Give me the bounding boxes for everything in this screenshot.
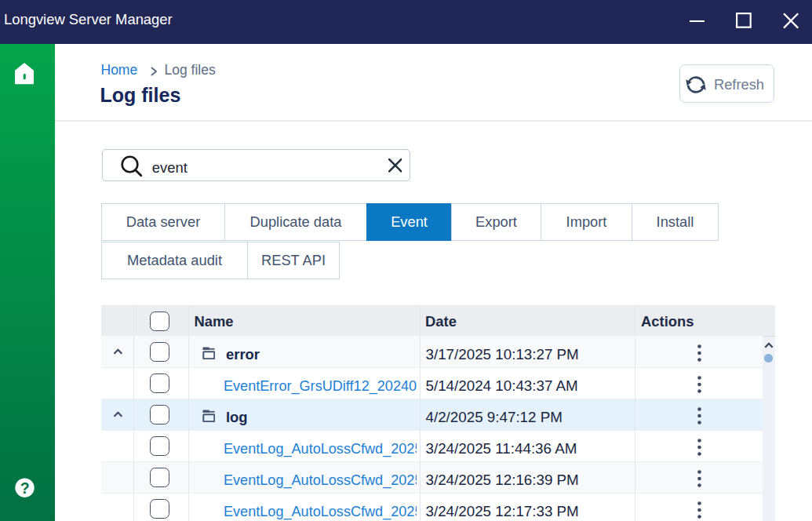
- svg-text:?: ?: [20, 479, 29, 496]
